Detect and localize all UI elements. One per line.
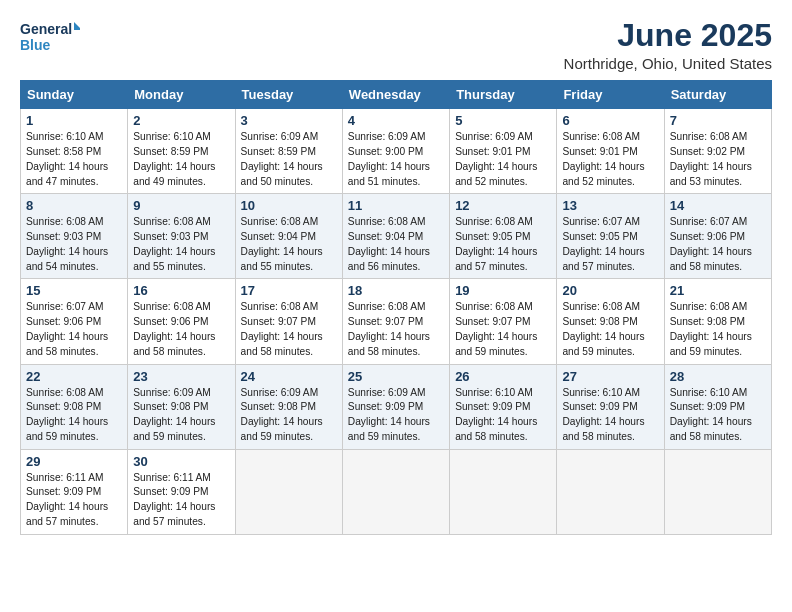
daylight-text: Daylight: 14 hours and 58 minutes. [562,416,644,442]
location-title: Northridge, Ohio, United States [564,55,772,72]
col-tuesday: Tuesday [235,81,342,109]
table-row: 21 Sunrise: 6:08 AM Sunset: 9:08 PM Dayl… [664,279,771,364]
daylight-text: Daylight: 14 hours and 54 minutes. [26,246,108,272]
day-number: 28 [670,369,766,384]
day-number: 4 [348,113,444,128]
daylight-text: Daylight: 14 hours and 58 minutes. [26,331,108,357]
sunrise-text: Sunrise: 6:11 AM [26,472,104,483]
calendar-header-row: Sunday Monday Tuesday Wednesday Thursday… [21,81,772,109]
sunset-text: Sunset: 9:06 PM [133,316,208,327]
daylight-text: Daylight: 14 hours and 55 minutes. [133,246,215,272]
daylight-text: Daylight: 14 hours and 58 minutes. [670,246,752,272]
sunrise-text: Sunrise: 6:10 AM [455,387,533,398]
table-row: 24 Sunrise: 6:09 AM Sunset: 9:08 PM Dayl… [235,364,342,449]
day-number: 13 [562,198,658,213]
sunset-text: Sunset: 9:07 PM [455,316,530,327]
col-thursday: Thursday [450,81,557,109]
daylight-text: Daylight: 14 hours and 47 minutes. [26,161,108,187]
day-number: 26 [455,369,551,384]
month-title: June 2025 [564,18,772,53]
day-number: 11 [348,198,444,213]
sunset-text: Sunset: 9:07 PM [241,316,316,327]
sunset-text: Sunset: 9:05 PM [562,231,637,242]
day-number: 20 [562,283,658,298]
day-number: 12 [455,198,551,213]
table-row: 20 Sunrise: 6:08 AM Sunset: 9:08 PM Dayl… [557,279,664,364]
table-row: 6 Sunrise: 6:08 AM Sunset: 9:01 PM Dayli… [557,109,664,194]
svg-marker-2 [74,22,80,30]
day-number: 1 [26,113,122,128]
table-row [235,449,342,534]
sunset-text: Sunset: 9:09 PM [455,401,530,412]
daylight-text: Daylight: 14 hours and 59 minutes. [562,331,644,357]
sunrise-text: Sunrise: 6:10 AM [562,387,640,398]
sunset-text: Sunset: 9:01 PM [562,146,637,157]
table-row: 18 Sunrise: 6:08 AM Sunset: 9:07 PM Dayl… [342,279,449,364]
day-number: 10 [241,198,337,213]
col-monday: Monday [128,81,235,109]
daylight-text: Daylight: 14 hours and 59 minutes. [133,416,215,442]
table-row [557,449,664,534]
sunset-text: Sunset: 9:04 PM [348,231,423,242]
table-row: 1 Sunrise: 6:10 AM Sunset: 8:58 PM Dayli… [21,109,128,194]
table-row: 27 Sunrise: 6:10 AM Sunset: 9:09 PM Dayl… [557,364,664,449]
sunset-text: Sunset: 9:08 PM [670,316,745,327]
sunset-text: Sunset: 9:04 PM [241,231,316,242]
table-row: 7 Sunrise: 6:08 AM Sunset: 9:02 PM Dayli… [664,109,771,194]
sunrise-text: Sunrise: 6:08 AM [241,216,319,227]
day-number: 2 [133,113,229,128]
sunrise-text: Sunrise: 6:10 AM [26,131,104,142]
sunrise-text: Sunrise: 6:08 AM [348,216,426,227]
table-row: 26 Sunrise: 6:10 AM Sunset: 9:09 PM Dayl… [450,364,557,449]
day-number: 21 [670,283,766,298]
logo-svg: General Blue [20,18,80,58]
daylight-text: Daylight: 14 hours and 55 minutes. [241,246,323,272]
svg-text:Blue: Blue [20,37,51,53]
table-row: 3 Sunrise: 6:09 AM Sunset: 8:59 PM Dayli… [235,109,342,194]
daylight-text: Daylight: 14 hours and 57 minutes. [26,501,108,527]
daylight-text: Daylight: 14 hours and 58 minutes. [133,331,215,357]
daylight-text: Daylight: 14 hours and 57 minutes. [455,246,537,272]
day-number: 6 [562,113,658,128]
table-row: 23 Sunrise: 6:09 AM Sunset: 9:08 PM Dayl… [128,364,235,449]
daylight-text: Daylight: 14 hours and 58 minutes. [455,416,537,442]
sunset-text: Sunset: 9:06 PM [26,316,101,327]
day-number: 25 [348,369,444,384]
table-row: 8 Sunrise: 6:08 AM Sunset: 9:03 PM Dayli… [21,194,128,279]
sunrise-text: Sunrise: 6:09 AM [133,387,211,398]
sunset-text: Sunset: 8:58 PM [26,146,101,157]
table-row: 11 Sunrise: 6:08 AM Sunset: 9:04 PM Dayl… [342,194,449,279]
day-number: 18 [348,283,444,298]
table-row: 22 Sunrise: 6:08 AM Sunset: 9:08 PM Dayl… [21,364,128,449]
day-number: 15 [26,283,122,298]
logo: General Blue [20,18,80,58]
sunrise-text: Sunrise: 6:08 AM [133,301,211,312]
calendar-week-5: 29 Sunrise: 6:11 AM Sunset: 9:09 PM Dayl… [21,449,772,534]
sunrise-text: Sunrise: 6:08 AM [562,131,640,142]
table-row: 12 Sunrise: 6:08 AM Sunset: 9:05 PM Dayl… [450,194,557,279]
table-row: 4 Sunrise: 6:09 AM Sunset: 9:00 PM Dayli… [342,109,449,194]
sunrise-text: Sunrise: 6:07 AM [670,216,748,227]
daylight-text: Daylight: 14 hours and 56 minutes. [348,246,430,272]
calendar-table: Sunday Monday Tuesday Wednesday Thursday… [20,80,772,535]
sunrise-text: Sunrise: 6:08 AM [670,301,748,312]
sunset-text: Sunset: 9:00 PM [348,146,423,157]
sunset-text: Sunset: 9:08 PM [133,401,208,412]
sunrise-text: Sunrise: 6:08 AM [348,301,426,312]
col-friday: Friday [557,81,664,109]
day-number: 8 [26,198,122,213]
col-wednesday: Wednesday [342,81,449,109]
sunset-text: Sunset: 9:03 PM [133,231,208,242]
table-row: 29 Sunrise: 6:11 AM Sunset: 9:09 PM Dayl… [21,449,128,534]
day-number: 29 [26,454,122,469]
daylight-text: Daylight: 14 hours and 59 minutes. [348,416,430,442]
sunrise-text: Sunrise: 6:08 AM [26,387,104,398]
day-number: 16 [133,283,229,298]
table-row [450,449,557,534]
col-saturday: Saturday [664,81,771,109]
table-row: 25 Sunrise: 6:09 AM Sunset: 9:09 PM Dayl… [342,364,449,449]
daylight-text: Daylight: 14 hours and 53 minutes. [670,161,752,187]
sunset-text: Sunset: 8:59 PM [241,146,316,157]
table-row: 28 Sunrise: 6:10 AM Sunset: 9:09 PM Dayl… [664,364,771,449]
day-number: 17 [241,283,337,298]
